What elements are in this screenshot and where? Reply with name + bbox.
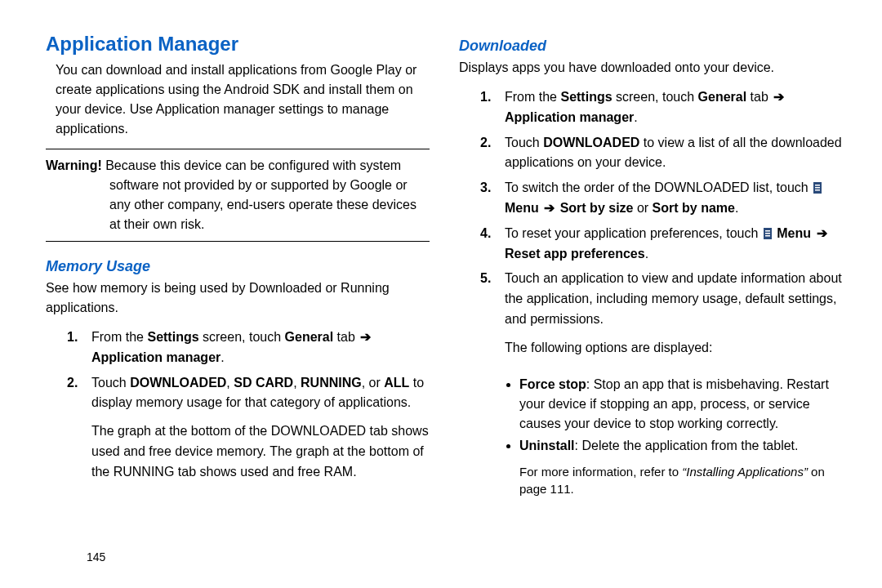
bold-downloaded: DOWNLOADED	[130, 376, 226, 390]
bold-sort-name: Sort by name	[653, 201, 735, 215]
bold-all: ALL	[384, 376, 409, 390]
memory-intro: See how memory is being used by Download…	[46, 278, 430, 318]
bold-appmgr: Application manager	[505, 110, 634, 124]
italic-ref: “Installing Applications”	[682, 465, 808, 479]
left-column: Application Manager You can download and…	[46, 33, 430, 572]
text: From the	[505, 90, 560, 104]
page-number: 145	[87, 550, 105, 564]
text: To switch the order of the DOWNLOADED li…	[505, 180, 812, 194]
reference-note: For more information, refer to “Installi…	[459, 463, 843, 497]
text: Touch	[91, 376, 130, 390]
text: ,	[226, 376, 234, 390]
divider	[46, 149, 430, 149]
bold-appmgr: Application manager	[91, 350, 220, 364]
arrow-icon: ➔	[542, 198, 556, 219]
memory-steps: From the Settings screen, touch General …	[46, 327, 430, 418]
bold-settings: Settings	[560, 90, 612, 104]
text: To reset your application preferences, t…	[505, 226, 762, 240]
menu-icon	[813, 182, 822, 194]
bold-force-stop: Force stop	[519, 377, 586, 391]
text: Touch	[505, 136, 543, 149]
menu-icon	[764, 228, 772, 239]
bold-general: General	[698, 90, 747, 104]
bold-running: RUNNING	[301, 376, 362, 390]
text: or	[633, 201, 652, 215]
downloaded-step-1: From the Settings screen, touch General …	[459, 87, 843, 128]
text: tab	[746, 90, 772, 104]
text: From the	[91, 330, 147, 344]
options-intro: The following options are displayed:	[459, 338, 843, 359]
arrow-icon: ➔	[359, 327, 372, 348]
intro-paragraph: You can download and install application…	[46, 60, 430, 139]
downloaded-step-5: Touch an application to view and update …	[459, 269, 843, 329]
svg-rect-2	[815, 187, 820, 189]
downloaded-step-2: Touch DOWNLOADED to view a list of all t…	[459, 133, 843, 174]
bold-settings: Settings	[147, 330, 198, 344]
options-list: Force stop: Stop an app that is misbehav…	[459, 375, 843, 458]
svg-rect-6	[765, 233, 770, 234]
text: .	[735, 201, 738, 215]
memory-after: The graph at the bottom of the DOWNLOADE…	[46, 421, 430, 482]
text: .	[645, 247, 648, 261]
section-title: Application Manager	[46, 33, 430, 56]
memory-step-2: Touch DOWNLOADED, SD CARD, RUNNING, or A…	[46, 373, 430, 414]
downloaded-step-3: To switch the order of the DOWNLOADED li…	[459, 178, 843, 219]
bold-menu: Menu	[505, 201, 542, 215]
bold-reset: Reset app preferences	[505, 247, 645, 261]
divider	[46, 241, 430, 242]
svg-rect-3	[815, 189, 820, 191]
memory-step-1: From the Settings screen, touch General …	[46, 327, 430, 368]
downloaded-step-4: To reset your application preferences, t…	[459, 224, 843, 265]
text: tab	[333, 330, 359, 344]
option-uninstall: Uninstall: Delete the application from t…	[519, 436, 843, 456]
svg-rect-7	[765, 235, 770, 237]
svg-rect-1	[815, 185, 820, 186]
option-force-stop: Force stop: Stop an app that is misbehav…	[519, 375, 843, 434]
svg-rect-5	[765, 230, 770, 232]
text: screen, touch	[199, 330, 285, 344]
downloaded-steps: From the Settings screen, touch General …	[459, 87, 843, 335]
bold-sdcard: SD CARD	[234, 376, 293, 390]
bold-sort-size: Sort by size	[560, 201, 634, 215]
text: screen, touch	[612, 90, 698, 104]
arrow-icon: ➔	[772, 87, 786, 108]
arrow-icon: ➔	[815, 224, 829, 244]
text: .	[220, 350, 224, 364]
bold-uninstall: Uninstall	[519, 439, 575, 452]
downloaded-heading: Downloaded	[459, 38, 843, 55]
bold-menu: Menu	[773, 226, 815, 240]
bold-downloaded: DOWNLOADED	[543, 136, 639, 149]
text: : Delete the application from the tablet…	[575, 439, 799, 452]
bold-general: General	[285, 330, 334, 344]
warning-block: Warning! Because this device can be conf…	[46, 156, 430, 234]
text: .	[634, 110, 637, 124]
text: , or	[362, 376, 385, 390]
downloaded-intro: Displays apps you have downloaded onto y…	[459, 58, 843, 78]
text: For more information, refer to	[519, 465, 682, 479]
memory-usage-heading: Memory Usage	[46, 258, 430, 275]
right-column: Downloaded Displays apps you have downlo…	[459, 33, 843, 572]
text: ,	[293, 376, 301, 390]
